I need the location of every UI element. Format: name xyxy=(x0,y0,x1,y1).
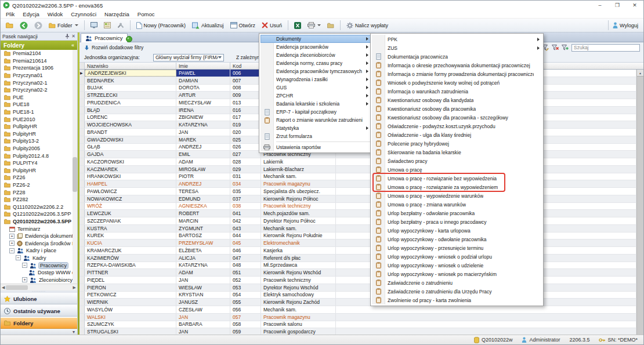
folder-item[interactable]: Q12102022w2206.3.5PP xyxy=(1,210,77,218)
folder-item[interactable]: Premia210614 xyxy=(1,57,77,65)
folder-item[interactable]: Pulpity2012.4.8 xyxy=(1,152,77,159)
menu-item[interactable]: Oświadczenie - ulga dla klasy średniej xyxy=(372,130,542,139)
menu-item[interactable]: Urlop wypoczynkowy - wniosek po macierzy… xyxy=(372,270,542,278)
menu-item[interactable]: Raport o zmianie warunków zatrudnienia xyxy=(261,116,371,124)
folder-item[interactable]: PUE18-1 xyxy=(1,108,77,116)
table-row[interactable]: KUREKBARTOSZ044Kierownik Rejonu Południe xyxy=(79,233,636,240)
search-input[interactable] xyxy=(571,44,640,52)
menu-item[interactable]: Statystyka xyxy=(261,124,371,132)
menu-item[interactable]: Oświadczenie - podwyższ.koszt.uzysk.przy… xyxy=(372,122,542,130)
maximize-button[interactable]: ❐ xyxy=(609,1,626,10)
menu-item[interactable]: Umowa o pracę - rozwiązanie za wypowiedz… xyxy=(372,183,542,191)
menu-item[interactable]: Świadectwo pracy xyxy=(372,157,542,165)
menu-item[interactable]: Dokumentacja pracownicza xyxy=(372,52,542,61)
menu-item[interactable]: Urlop wypoczynkowy - wniosek o udzieleni… xyxy=(372,261,542,270)
menu-item[interactable]: Zaświadczenie o zatrudnieniu xyxy=(372,278,542,287)
menu-item[interactable]: Kwestionariusz osobowy dla pracownika - … xyxy=(372,113,542,122)
scroll-right-icon[interactable]: ▶ xyxy=(73,285,76,290)
org-unit-select[interactable]: Główny wydział firmy (FIRMA) xyxy=(153,54,224,61)
folder-item[interactable]: Prezentacja 1906 xyxy=(1,64,77,72)
menu-item[interactable]: Ewidencja pracowników xyxy=(261,43,371,51)
sidebar-bar-ostatnio-używane[interactable]: Ostatnio używane xyxy=(1,305,77,317)
update-button[interactable]: Aktualizuj xyxy=(190,21,226,30)
open-button[interactable]: Otwórz xyxy=(228,21,258,30)
tools-button[interactable] xyxy=(115,21,126,30)
configure-buttons-icon[interactable]: ▾ xyxy=(73,329,75,335)
logout-button[interactable]: Wyloguj xyxy=(610,21,641,30)
menu-item[interactable]: ERP-7 - kapitał początkowy xyxy=(261,108,371,116)
back-button[interactable] xyxy=(17,20,30,31)
menu-item[interactable]: Ewidencja zleceniobiorców xyxy=(261,51,371,59)
tree-item[interactable]: +Ewidencja Środków Pier xyxy=(1,239,77,247)
menu-czynności[interactable]: Czynności xyxy=(67,11,100,17)
expand-filters-link[interactable]: Rozwiń dodatkowe filtry xyxy=(92,45,143,50)
table-row[interactable]: HAMPELANDRZEJ034Pracownik magazynu xyxy=(79,180,636,188)
scroll-left-icon[interactable]: ◀ xyxy=(2,285,5,290)
print-button[interactable] xyxy=(305,21,323,30)
collapse-icon[interactable]: « xyxy=(71,42,74,48)
table-row[interactable]: KACZMAREKMIROSŁAW029Lakiernik-Blacharz xyxy=(79,166,636,173)
table-row[interactable]: WIERNIKJANUSZ055Kierownik Rejonu Zachód xyxy=(79,299,636,306)
tree-item[interactable]: −Kadry xyxy=(1,255,77,262)
menu-item[interactable]: Urlop bezpłatny - odwołanie pracownika xyxy=(372,209,542,217)
menu-item[interactable]: Urlop wypoczynkowy - odwołanie pracownik… xyxy=(372,235,542,244)
menu-item[interactable]: Informacja o zmianie formy prowadzenia d… xyxy=(372,70,542,78)
tree-expander-icon[interactable]: + xyxy=(9,234,15,239)
tree-expander-icon[interactable]: − xyxy=(22,263,27,268)
folder-item[interactable]: PUE18 xyxy=(1,101,77,108)
menu-item[interactable]: Urlop wypoczynkowy - wniosek o podział u… xyxy=(372,252,542,261)
scroll-up-icon[interactable]: ▲ xyxy=(637,70,643,77)
menu-item[interactable]: GUS xyxy=(261,83,371,92)
sidebar-bar-ulubione[interactable]: Ulubione xyxy=(1,293,77,304)
folder-item[interactable]: PZ282 xyxy=(1,196,77,204)
menu-item[interactable]: Zwolnienie od pracy - karta zwolnienia xyxy=(372,296,542,304)
table-row[interactable]: HRANKOWSKIPIOTR031Mechanik sam. xyxy=(79,173,636,181)
menu-edycja[interactable]: Edycja xyxy=(19,11,44,17)
folder-open-button[interactable] xyxy=(325,21,337,30)
table-row[interactable]: PETKOWICZKRYSTIAN054Elektryk samochodowy xyxy=(79,292,636,299)
menu-item[interactable]: Ustawienia raportów xyxy=(261,143,371,151)
menu-item[interactable]: Urlop bezpłatny - praca u innego pracoda… xyxy=(372,217,542,226)
table-row[interactable]: SZUMCZYKBARBARA058Pracownik salonu xyxy=(79,321,636,329)
folder-item[interactable]: PZ28 xyxy=(1,188,77,196)
column-header-kod[interactable]: Kod xyxy=(230,63,261,69)
folder-item[interactable]: Q11102022w2206.2.2 xyxy=(1,203,77,210)
menu-item[interactable]: ZUS xyxy=(372,43,542,52)
folder-item[interactable]: PULPITY4 xyxy=(1,159,77,167)
tree-item[interactable]: −Pracownicy xyxy=(1,262,77,269)
table-row[interactable]: PIĘDELJAN052Pracownik techniczny xyxy=(79,277,636,284)
expand-filters-icon[interactable] xyxy=(84,45,89,50)
table-row[interactable]: KUCIAPRZEMYSŁAW045Elektromechanik xyxy=(79,239,636,247)
table-row[interactable]: KAZIMIERÓWALICJA047Referent d/s płac xyxy=(79,255,636,262)
menu-item[interactable]: Wynagrodzenia i zasiłki xyxy=(261,75,371,83)
menu-item[interactable]: Polecenie pracy hybrydowej xyxy=(372,139,542,148)
menu-item[interactable]: Informacja o okresie przechowywania doku… xyxy=(372,61,542,70)
table-row[interactable]: NOWAKOWICZEDMUND037Kierownik Rejonu Półn… xyxy=(79,195,636,203)
menu-item[interactable]: Urlop wypoczynkowy - przesunięcie termin… xyxy=(372,244,542,252)
menu-item[interactable]: Ewidencja pracowników tymczasowych xyxy=(261,67,371,75)
status-database[interactable]: Q20102022w xyxy=(482,337,513,343)
menu-widok[interactable]: Widok xyxy=(44,11,67,17)
menu-item[interactable]: Wniosek o podwyższenie kwoty wolnej od p… xyxy=(372,78,542,87)
sidebar-bar-foldery[interactable]: Foldery xyxy=(1,317,77,329)
table-row[interactable]: LEWCZUKROBERT041Mech.pojazdów sam. xyxy=(79,210,636,217)
organizer-button[interactable] xyxy=(102,21,113,30)
folder-menu-button[interactable]: Folder xyxy=(46,21,81,30)
filter-custom-icon[interactable] xyxy=(562,45,569,51)
table-row[interactable]: SZCZEPANIAKMARCIN042Dyrektor Rejonu Półn… xyxy=(79,217,636,225)
menu-item[interactable]: Zrzut formularza xyxy=(261,132,371,140)
table-row[interactable]: KUSTRAZYGMUNT043Mechanik sam. xyxy=(79,225,636,233)
menu-item[interactable]: Umowa o pracę - wypowiedzenie warunków xyxy=(372,191,542,200)
menu-item[interactable]: ZPCHR xyxy=(261,92,371,100)
menu-plik[interactable]: Plik xyxy=(2,11,19,17)
menu-item[interactable]: Zaświadczenie o zatrudnieniu dla Urzędu … xyxy=(372,287,542,296)
folder-item[interactable]: PUE2010 xyxy=(1,115,77,123)
menu-item[interactable]: Umowa o pracę - zmiana warunków xyxy=(372,200,542,209)
filter-clear-icon[interactable] xyxy=(552,45,559,51)
tree-item[interactable]: −Kadry i płace xyxy=(1,247,77,255)
menu-item[interactable]: Urlop wypoczynkowy - karta urlopowa xyxy=(372,226,542,235)
menu-item[interactable]: Dokumenty xyxy=(261,35,371,43)
tree-expander-icon[interactable]: − xyxy=(16,255,21,260)
folder-item[interactable]: PZ26-2 xyxy=(1,181,77,189)
menu-narzędzia[interactable]: Narzędzia xyxy=(100,11,133,17)
